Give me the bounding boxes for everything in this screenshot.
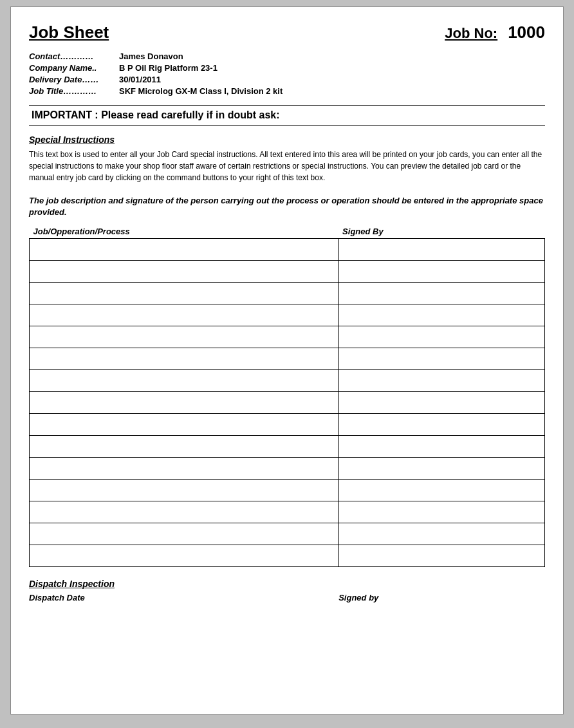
dispatch-row: Dispatch Date Signed by [29, 593, 545, 602]
company-row: Company Name.. B P Oil Rig Platform 23-1 [29, 63, 545, 73]
job-sheet-page: Job Sheet Job No: 1000 Contact………… James… [10, 6, 564, 714]
job-no-container: Job No: 1000 [445, 23, 545, 42]
italic-notice: The job description and signature of the… [29, 195, 545, 218]
special-instructions-title: Special Instructions [29, 135, 545, 145]
operation-cell[interactable] [30, 501, 339, 523]
operation-cell[interactable] [30, 436, 339, 458]
operation-cell[interactable] [30, 414, 339, 436]
page-title: Job Sheet [29, 23, 109, 42]
special-instructions-body: This text box is used to enter all your … [29, 149, 545, 183]
table-row [30, 414, 545, 436]
company-value: B P Oil Rig Platform 23-1 [119, 63, 218, 73]
job-no-label: Job No: [445, 25, 497, 42]
job-title-value: SKF Microlog GX-M Class I, Division 2 ki… [119, 86, 282, 96]
delivery-row: Delivery Date…… 30/01/2011 [29, 75, 545, 84]
job-title-label: Job Title………… [29, 86, 119, 96]
table-row [30, 261, 545, 283]
table-row [30, 480, 545, 501]
signed-by-cell[interactable] [338, 283, 544, 304]
delivery-label: Delivery Date…… [29, 75, 119, 84]
operation-cell[interactable] [30, 523, 339, 545]
table-row [30, 545, 545, 567]
contact-row: Contact………… James Donavon [29, 51, 545, 61]
table-row [30, 501, 545, 523]
operation-cell[interactable] [30, 261, 339, 283]
table-row [30, 523, 545, 545]
signed-by-cell[interactable] [338, 348, 544, 370]
operation-cell[interactable] [30, 392, 339, 414]
company-label: Company Name.. [29, 63, 119, 73]
job-no-value: 1000 [508, 23, 545, 42]
operations-table: Job/Opperation/Process Signed By [29, 225, 545, 567]
signed-by-cell[interactable] [338, 480, 544, 501]
signed-by-cell[interactable] [338, 501, 544, 523]
table-row [30, 283, 545, 304]
delivery-value: 30/01/2011 [119, 75, 161, 84]
operation-cell[interactable] [30, 370, 339, 392]
special-instructions-section: Special Instructions This text box is us… [29, 135, 545, 183]
header-row: Job Sheet Job No: 1000 [29, 23, 545, 42]
signed-by-cell[interactable] [338, 326, 544, 348]
operation-cell[interactable] [30, 348, 339, 370]
signed-by-cell[interactable] [338, 304, 544, 326]
signed-by-cell[interactable] [338, 523, 544, 545]
dispatch-section: Dispatch Inspection Dispatch Date Signed… [29, 579, 545, 602]
table-header-row: Job/Opperation/Process Signed By [30, 225, 545, 239]
table-row [30, 458, 545, 480]
operation-cell[interactable] [30, 239, 339, 261]
operation-cell[interactable] [30, 480, 339, 501]
signed-by-cell[interactable] [338, 261, 544, 283]
operation-cell[interactable] [30, 458, 339, 480]
table-row [30, 304, 545, 326]
job-title-row: Job Title………… SKF Microlog GX-M Class I,… [29, 86, 545, 96]
table-row [30, 239, 545, 261]
signed-by-cell[interactable] [338, 436, 544, 458]
table-row [30, 326, 545, 348]
dispatch-title: Dispatch Inspection [29, 579, 545, 589]
dispatch-signed-label: Signed by [338, 593, 545, 602]
table-row [30, 370, 545, 392]
signed-by-cell[interactable] [338, 370, 544, 392]
contact-value: James Donavon [119, 51, 183, 61]
important-text: IMPORTANT : Please read carefully if in … [32, 109, 280, 120]
info-section: Contact………… James Donavon Company Name..… [29, 51, 545, 96]
signed-by-cell[interactable] [338, 392, 544, 414]
important-section: IMPORTANT : Please read carefully if in … [29, 105, 545, 126]
operation-cell[interactable] [30, 304, 339, 326]
dispatch-date-label: Dispatch Date [29, 593, 338, 602]
operation-cell[interactable] [30, 283, 339, 304]
signed-by-cell[interactable] [338, 414, 544, 436]
col2-header: Signed By [338, 225, 544, 239]
table-row [30, 436, 545, 458]
operation-cell[interactable] [30, 326, 339, 348]
operation-cell[interactable] [30, 545, 339, 567]
contact-label: Contact………… [29, 51, 119, 61]
table-row [30, 392, 545, 414]
col1-header: Job/Opperation/Process [30, 225, 339, 239]
table-row [30, 348, 545, 370]
signed-by-cell[interactable] [338, 545, 544, 567]
signed-by-cell[interactable] [338, 239, 544, 261]
signed-by-cell[interactable] [338, 458, 544, 480]
